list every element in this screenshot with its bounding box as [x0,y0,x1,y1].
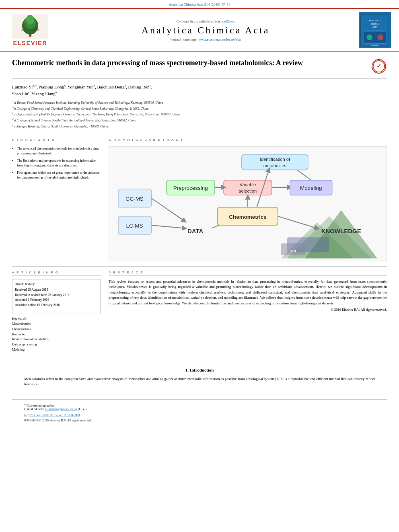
graphical-abstract-diagram: GC-MS LC-MS DATA [109,146,387,262]
keyword-5: Data preprocessing [12,342,101,347]
elsevier-tree-icon [12,14,48,39]
abstract-label: A B S T R A C T [109,271,387,276]
author-dabing-ren: Dabing Ren [128,84,150,89]
svg-point-16 [366,35,372,40]
abstract-text: This review focuses on recent and potent… [109,279,387,306]
keywords-section: Keywords: Metabolomics Chemometrics Biom… [12,316,101,353]
keyword-4: Identification of metabolites [12,337,101,342]
svg-point-4 [26,15,34,25]
available-date: Available online 16 February 2016 [15,303,98,308]
history-label: Article history: [15,282,98,286]
affiliation-a: a a Yunnan Food Safety Research Institut… [12,99,387,105]
author-lunzhao-yi: Lunzhao Yi [12,84,33,89]
intro-paragraph: Metabolomics refers to the comprehensive… [24,376,375,387]
rights-line: 0003-2670/© 2016 Elsevier B.V. All right… [24,419,375,422]
doi-line: http://dx.doi.org/10.1016/j.aca.2016.02.… [24,413,375,417]
elsevier-logo: ELSEVIER [8,14,52,46]
journal-cover-icon: ANALYTICA CHIMICA ACTA ELSEVIER [360,12,389,48]
highlights-graphical-section: H I G H L I G H T S The advanced chemome… [12,138,387,262]
article-info-label: A R T I C L E I N F O [12,271,101,276]
author-naiping-dong: Naiping Dong [39,84,64,89]
journal-homepage: journal homepage: www.elsevier.com/locat… [56,37,355,41]
page-wrapper: Analytica Chimica Acta 914 (2016) 17–34 … [0,0,399,433]
svg-point-7 [21,29,23,31]
affiliation-c: c c Department of Applied Biology and Ch… [12,111,387,117]
graphical-abstract-label: G R A P H I C A L A B S T R A C T [109,138,387,143]
intro-title-text: Introduction [190,368,214,372]
journal-cover-image: ANALYTICA CHIMICA ACTA ELSEVIER [359,12,391,48]
article-content: Chemometric methods in data processing o… [0,52,399,433]
sciencedirect-line: Contents lists available at ScienceDirec… [56,19,355,23]
author-shao-liu: Shao Liu [12,91,28,96]
article-history-box: Article history: Received 25 August 2015… [12,279,101,314]
highlight-item-1: The advanced chemometric methods for met… [12,146,101,156]
svg-text:selection: selection [239,189,257,194]
intro-text: Metabolomics refers to the comprehensive… [12,376,387,387]
svg-text:Chemometrics: Chemometrics [229,214,267,220]
elsevier-brand: ELSEVIER [13,40,47,46]
crossmark-badge: ✓ [371,58,387,74]
abstract-paragraph: This review focuses on recent and potent… [109,279,387,306]
copyright-line: © 2016 Elsevier B.V. All rights reserved… [109,308,387,312]
journal-homepage-link[interactable]: www.elsevier.com/locate/aca [198,37,241,41]
affiliation-e: e e Xiangya Hospital, Central South Univ… [12,123,387,129]
accepted-date: Accepted 1 February 2016 [15,298,98,303]
author-yonghuan-yun: Yonghuan Yun [68,84,94,89]
affiliation-d: d d College of Animal Science, South Chi… [12,117,387,123]
intro-title: 1. Introduction [12,368,387,372]
svg-text:✓: ✓ [376,63,381,69]
intro-section-number: 1. [185,368,189,372]
author-baichuan-deng: Baichuan Deng [97,84,124,89]
svg-text:metabolites: metabolites [263,164,287,168]
email-label: E-mail address: [24,407,44,411]
article-title: Chemometric methods in data processing o… [12,58,367,68]
svg-text:DATA: DATA [187,228,204,234]
abstract-col: A B S T R A C T This review focuses on r… [109,271,387,353]
journal-title: Analytica Chimica Acta [56,25,355,36]
svg-point-5 [23,23,26,26]
corresponding-author: * Corresponding author. E-mail address: … [24,404,375,411]
article-title-section: Chemometric methods in data processing o… [12,58,387,79]
highlights-list: The advanced chemometric methods for met… [12,146,101,180]
received-date: Received 25 August 2015 [15,288,98,293]
svg-text:ACTA: ACTA [372,26,377,28]
article-info-abstract-section: A R T I C L E I N F O Article history: R… [12,266,387,353]
header-center: Contents lists available at ScienceDirec… [56,19,355,41]
journal-reference: Analytica Chimica Acta 914 (2016) 17–34 [169,2,230,6]
keywords-list: Metabolomics Chemometrics Biomarker Iden… [12,322,101,353]
highlights-label: H I G H L I G H T S [12,138,101,143]
svg-text:ANALYTICA: ANALYTICA [369,19,381,22]
svg-text:Preprocessing: Preprocessing [173,185,208,191]
corresponding-label: * Corresponding author. [24,404,56,407]
graphical-abstract-col: G R A P H I C A L A B S T R A C T [109,138,387,262]
affiliation-b: b b College of Chemistry and Chemical En… [12,105,387,111]
highlight-item-2: The limitations and perspectives in extr… [12,158,101,168]
svg-text:KNOWLEDGE: KNOWLEDGE [321,228,361,234]
affiliations: a a Yunnan Food Safety Research Institut… [12,99,387,133]
article-history: Received 25 August 2015 Received in revi… [15,288,98,308]
svg-point-8 [37,29,39,31]
article-info-col: A R T I C L E I N F O Article history: R… [12,271,101,353]
keyword-2: Chemometrics [12,327,101,332]
svg-text:GC-MS: GC-MS [125,196,144,202]
email-suffix: (L. Yi). [78,407,87,411]
highlight-item-3: Four questions which are of great import… [12,170,101,180]
keywords-label: Keywords: [12,316,101,320]
footer-section: * Corresponding author. E-mail address: … [12,399,387,426]
journal-ref-bar: Analytica Chimica Acta 914 (2016) 17–34 [0,0,399,8]
svg-text:Modeling: Modeling [300,185,322,191]
svg-text:CHIMICA: CHIMICA [371,23,379,25]
keyword-1: Metabolomics [12,322,101,327]
header-section: ELSEVIER Contents lists available at Sci… [0,8,399,52]
author-yizeng-liang: Yizeng Liang [31,91,56,96]
svg-point-6 [35,25,38,28]
graphical-abstract-svg: GC-MS LC-MS DATA [112,150,383,259]
sciencedirect-link[interactable]: ScienceDirect [214,19,234,23]
svg-text:Variable: Variable [240,182,256,187]
keyword-3: Biomarker [12,332,101,337]
svg-text:LC-MS: LC-MS [126,223,143,229]
email-link[interactable]: yilunzhao@knust.edu.cn [45,407,77,411]
doi-link[interactable]: http://dx.doi.org/10.1016/j.aca.2016.02.… [24,413,80,417]
introduction-section: 1. Introduction Metabolomics refers to t… [12,361,387,387]
crossmark-icon: ✓ [372,59,386,74]
